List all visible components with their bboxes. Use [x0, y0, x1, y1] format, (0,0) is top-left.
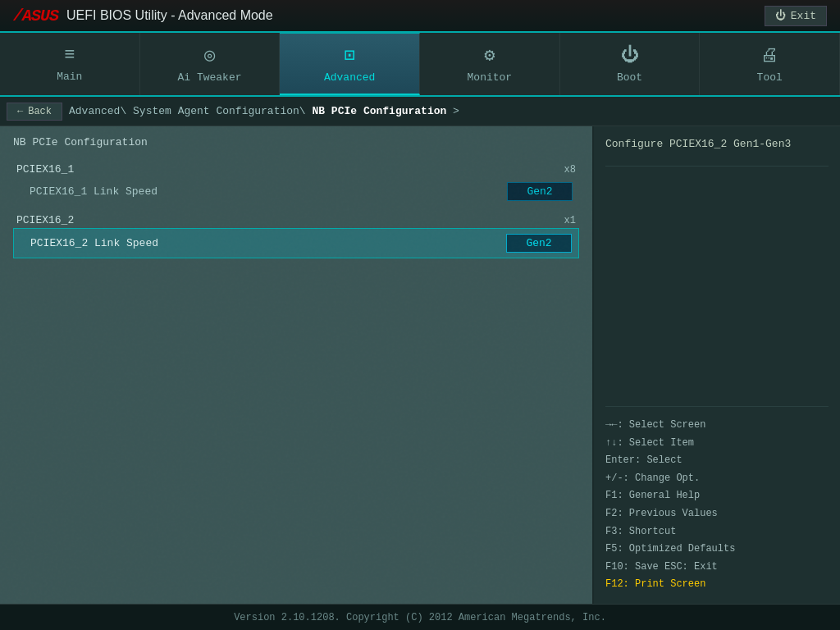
boot-icon: ⏻: [621, 44, 639, 66]
main-layout: NB PCIe Configuration PCIEX16_1 x8 PCIEX…: [0, 126, 840, 604]
nav-tabs: ≡ Main ◎ Ai Tweaker ⊡ Advanced ⚙ Monitor…: [0, 33, 840, 97]
tab-ai-tweaker-label: Ai Tweaker: [178, 71, 242, 84]
pciex16-1-group: PCIEX16_1 x8 PCIEX16_1 Link Speed Gen2: [13, 162, 579, 206]
version-text: Version 2.10.1208. Copyright (C) 2012 Am…: [234, 612, 606, 623]
exit-label: Exit: [791, 10, 816, 22]
tab-main[interactable]: ≡ Main: [0, 33, 140, 95]
pciex16-1-link-speed-value[interactable]: Gen2: [507, 182, 573, 201]
pciex16-2-badge: x1: [564, 215, 576, 226]
pciex16-2-label: PCIEX16_2: [16, 214, 74, 226]
title-text: UEFI BIOS Utility - Advanced Mode: [66, 8, 273, 23]
right-panel: Configure PCIEX16_2 Gen1-Gen3 →←: Select…: [594, 126, 840, 604]
shortcut-f12: F12: Print Screen: [605, 576, 829, 594]
pciex16-1-header: PCIEX16_1 x8: [13, 162, 579, 177]
advanced-icon: ⊡: [345, 44, 355, 66]
tab-advanced-label: Advanced: [324, 71, 375, 84]
asus-logo: /ASUS: [13, 7, 58, 25]
back-label: Back: [28, 106, 52, 117]
back-arrow-icon: ←: [17, 106, 23, 117]
bottom-bar: Version 2.10.1208. Copyright (C) 2012 Am…: [0, 604, 840, 630]
help-text: Configure PCIEX16_2 Gen1-Gen3: [605, 136, 829, 167]
left-panel: NB PCIe Configuration PCIEX16_1 x8 PCIEX…: [0, 126, 594, 604]
pciex16-2-group: PCIEX16_2 x1 PCIEX16_2 Link Speed Gen2: [13, 212, 579, 258]
monitor-icon: ⚙: [484, 44, 495, 66]
pciex16-2-link-speed-item[interactable]: PCIEX16_2 Link Speed Gen2: [13, 228, 579, 258]
pciex16-2-link-speed-value[interactable]: Gen2: [506, 234, 572, 253]
shortcut-f2: F2: Previous Values: [605, 505, 829, 523]
tab-main-label: Main: [57, 71, 82, 83]
breadcrumb-current: NB PCIe Configuration: [312, 105, 446, 117]
shortcut-change-opt: +/-: Change Opt.: [605, 470, 829, 488]
shortcuts-section: →←: Select Screen ↑↓: Select Item Enter:…: [605, 406, 829, 594]
tab-ai-tweaker[interactable]: ◎ Ai Tweaker: [140, 33, 281, 95]
tab-monitor[interactable]: ⚙ Monitor: [420, 33, 560, 95]
tab-advanced[interactable]: ⊡ Advanced: [280, 33, 420, 95]
pciex16-1-link-speed-label: PCIEX16_1 Link Speed: [30, 185, 158, 198]
shortcut-select-screen: →←: Select Screen: [605, 417, 829, 435]
pciex16-2-link-speed-label: PCIEX16_2 Link Speed: [30, 237, 158, 249]
tab-tool-label: Tool: [757, 71, 783, 84]
tab-tool[interactable]: 🖨 Tool: [700, 33, 840, 95]
shortcut-f1: F1: General Help: [605, 487, 829, 505]
shortcut-enter: Enter: Select: [605, 452, 829, 470]
top-bar-left: /ASUS UEFI BIOS Utility - Advanced Mode: [13, 7, 273, 25]
shortcut-select-item: ↑↓: Select Item: [605, 435, 829, 453]
section-title: NB PCIe Configuration: [13, 136, 579, 148]
back-button[interactable]: ← Back: [7, 103, 62, 121]
shortcut-f3: F3: Shortcut: [605, 523, 829, 541]
main-icon: ≡: [64, 45, 75, 66]
pciex16-1-label: PCIEX16_1: [16, 163, 74, 176]
pciex16-1-badge: x8: [564, 164, 576, 176]
pciex16-1-link-speed-item[interactable]: PCIEX16_1 Link Speed Gen2: [13, 177, 579, 206]
breadcrumb-base: Advanced\ System Agent Configuration\: [69, 105, 312, 117]
tab-boot-label: Boot: [617, 71, 642, 84]
exit-button[interactable]: ⏻ Exit: [765, 6, 827, 26]
pciex16-2-header: PCIEX16_2 x1: [13, 212, 579, 228]
shortcut-f10-esc: F10: Save ESC: Exit: [605, 559, 829, 577]
breadcrumb-chevron: >: [453, 105, 459, 117]
tab-boot[interactable]: ⏻ Boot: [560, 33, 701, 95]
top-bar: /ASUS UEFI BIOS Utility - Advanced Mode …: [0, 0, 840, 33]
exit-icon: ⏻: [775, 10, 786, 22]
tool-icon: 🖨: [760, 44, 778, 66]
breadcrumb: Advanced\ System Agent Configuration\ NB…: [69, 105, 459, 117]
tab-monitor-label: Monitor: [468, 71, 513, 84]
ai-tweaker-icon: ◎: [204, 44, 215, 66]
breadcrumb-bar: ← Back Advanced\ System Agent Configurat…: [0, 97, 840, 126]
shortcut-f5: F5: Optimized Defaults: [605, 541, 829, 559]
